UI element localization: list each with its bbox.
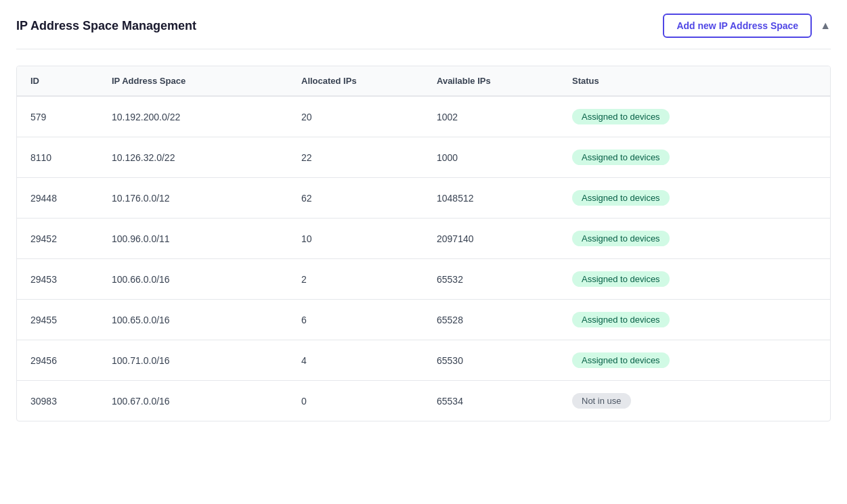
cell-ip-address-space: 10.192.200.0/22 [98, 96, 288, 137]
cell-available-ips: 2097140 [423, 219, 559, 259]
cell-allocated-ips: 0 [288, 381, 423, 421]
col-header-id: ID [17, 66, 98, 96]
status-badge: Assigned to devices [572, 109, 670, 124]
page-title: IP Address Space Management [16, 19, 196, 33]
cell-ip-address-space: 100.96.0.0/11 [98, 219, 288, 259]
page-container: IP Address Space Management Add new IP A… [0, 0, 847, 504]
cell-ip-address-space: 100.65.0.0/16 [98, 300, 288, 340]
table-row[interactable]: 29452 100.96.0.0/11 10 2097140 Assigned … [17, 219, 830, 259]
cell-ip-address-space: 10.126.32.0/22 [98, 137, 288, 178]
cell-ip-address-space: 100.71.0.0/16 [98, 340, 288, 381]
cell-id: 29453 [17, 259, 98, 300]
cell-allocated-ips: 22 [288, 137, 423, 178]
col-header-status: Status [559, 66, 830, 96]
cell-ip-address-space: 100.66.0.0/16 [98, 259, 288, 300]
header-right: Add new IP Address Space ▲ [663, 14, 831, 38]
status-badge: Assigned to devices [572, 190, 670, 206]
table-body: 579 10.192.200.0/22 20 1002 Assigned to … [17, 96, 830, 421]
cell-id: 29452 [17, 219, 98, 259]
cell-available-ips: 65530 [423, 340, 559, 381]
cell-allocated-ips: 6 [288, 300, 423, 340]
cell-id: 579 [17, 96, 98, 137]
cell-available-ips: 65532 [423, 259, 559, 300]
cell-id: 29455 [17, 300, 98, 340]
col-header-allocated: Allocated IPs [288, 66, 423, 96]
cell-id: 30983 [17, 381, 98, 421]
cell-id: 29448 [17, 178, 98, 219]
table-header-row: ID IP Address Space Allocated IPs Availa… [17, 66, 830, 96]
table-row[interactable]: 29455 100.65.0.0/16 6 65528 Assigned to … [17, 300, 830, 340]
cell-allocated-ips: 62 [288, 178, 423, 219]
table-row[interactable]: 29448 10.176.0.0/12 62 1048512 Assigned … [17, 178, 830, 219]
status-badge: Assigned to devices [572, 271, 670, 287]
cell-status: Assigned to devices [559, 178, 830, 219]
cell-ip-address-space: 10.176.0.0/12 [98, 178, 288, 219]
cell-available-ips: 1000 [423, 137, 559, 178]
header-row: IP Address Space Management Add new IP A… [16, 14, 831, 49]
cell-status: Assigned to devices [559, 259, 830, 300]
cell-status: Assigned to devices [559, 137, 830, 178]
cell-status: Assigned to devices [559, 300, 830, 340]
table-header: ID IP Address Space Allocated IPs Availa… [17, 66, 830, 96]
cell-allocated-ips: 10 [288, 219, 423, 259]
cell-ip-address-space: 100.67.0.0/16 [98, 381, 288, 421]
cell-status: Not in use [559, 381, 830, 421]
col-header-ip: IP Address Space [98, 66, 288, 96]
cell-allocated-ips: 2 [288, 259, 423, 300]
cell-status: Assigned to devices [559, 219, 830, 259]
cell-available-ips: 1002 [423, 96, 559, 137]
status-badge: Assigned to devices [572, 312, 670, 327]
cell-available-ips: 65534 [423, 381, 559, 421]
table-row[interactable]: 29456 100.71.0.0/16 4 65530 Assigned to … [17, 340, 830, 381]
cell-id: 8110 [17, 137, 98, 178]
cell-status: Assigned to devices [559, 96, 830, 137]
cell-status: Assigned to devices [559, 340, 830, 381]
status-badge: Assigned to devices [572, 150, 670, 165]
cell-allocated-ips: 20 [288, 96, 423, 137]
status-badge: Assigned to devices [572, 352, 670, 368]
ip-table-wrapper: ID IP Address Space Allocated IPs Availa… [16, 66, 831, 421]
cell-id: 29456 [17, 340, 98, 381]
add-ip-address-space-button[interactable]: Add new IP Address Space [663, 14, 812, 38]
cell-allocated-ips: 4 [288, 340, 423, 381]
cell-available-ips: 1048512 [423, 178, 559, 219]
table-row[interactable]: 8110 10.126.32.0/22 22 1000 Assigned to … [17, 137, 830, 178]
status-badge: Not in use [572, 393, 631, 409]
table-row[interactable]: 579 10.192.200.0/22 20 1002 Assigned to … [17, 96, 830, 137]
table-row[interactable]: 29453 100.66.0.0/16 2 65532 Assigned to … [17, 259, 830, 300]
table-row[interactable]: 30983 100.67.0.0/16 0 65534 Not in use [17, 381, 830, 421]
status-badge: Assigned to devices [572, 231, 670, 246]
cell-available-ips: 65528 [423, 300, 559, 340]
col-header-available: Available IPs [423, 66, 559, 96]
ip-address-table: ID IP Address Space Allocated IPs Availa… [17, 66, 830, 421]
collapse-icon[interactable]: ▲ [820, 20, 831, 32]
